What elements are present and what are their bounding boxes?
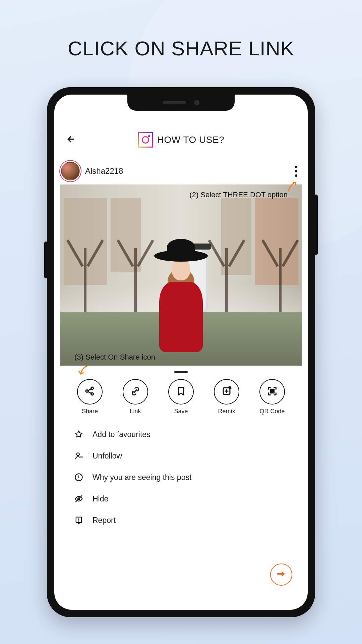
star-icon <box>74 430 84 439</box>
title-wrap: HOW TO USE? <box>64 132 298 148</box>
page-title: HOW TO USE? <box>157 135 225 145</box>
action-link[interactable]: Link <box>119 379 152 415</box>
action-save-label: Save <box>174 408 188 415</box>
eye-off-icon <box>74 494 84 503</box>
svg-point-10 <box>78 479 79 479</box>
svg-rect-5 <box>273 389 274 390</box>
remix-icon <box>221 385 232 398</box>
svg-rect-7 <box>273 391 274 393</box>
action-remix[interactable]: Remix <box>210 379 243 415</box>
share-bottom-sheet: Share Link Save <box>60 366 302 604</box>
menu-label: Report <box>93 516 116 525</box>
menu-hide[interactable]: Hide <box>74 489 288 508</box>
menu-add-to-favourites[interactable]: Add to favourites <box>74 425 288 444</box>
annotation-arrow-3 <box>78 364 90 376</box>
action-remix-label: Remix <box>218 408 235 415</box>
menu-label: Hide <box>93 494 108 503</box>
phone-notch <box>127 95 235 111</box>
menu-label: Add to favourites <box>93 430 150 439</box>
action-share-label: Share <box>82 408 98 415</box>
action-qrcode-label: QR Code <box>259 408 285 415</box>
report-icon <box>74 516 84 525</box>
menu-report[interactable]: Report <box>74 511 288 530</box>
page-headline: CLICK ON SHARE LINK <box>0 37 362 60</box>
menu-unfollow[interactable]: Unfollow <box>74 446 288 465</box>
post-header: Aisha2218 <box>54 162 308 180</box>
annotation-arrow-2 <box>285 180 299 194</box>
phone-screen: HOW TO USE? Aisha2218 (2) Select THREE D… <box>54 95 308 610</box>
post-image <box>60 184 302 366</box>
svg-rect-4 <box>270 389 272 390</box>
arrow-right-icon <box>276 569 287 581</box>
action-qrcode[interactable]: QR Code <box>256 379 288 415</box>
sheet-menu: Add to favourites Unfollow Why you are s… <box>60 425 302 530</box>
annotation-step-3: (3) Select On Share icon <box>74 353 155 362</box>
instagram-icon <box>138 132 153 148</box>
info-icon <box>74 473 84 482</box>
svg-point-13 <box>78 521 79 522</box>
action-link-label: Link <box>130 408 141 415</box>
annotation-step-2: (2) Select THREE DOT option <box>189 191 288 199</box>
menu-label: Why you are seeing this post <box>93 473 191 482</box>
action-share[interactable]: Share <box>74 379 106 415</box>
svg-point-8 <box>77 453 79 455</box>
app-topbar: HOW TO USE? <box>54 128 308 152</box>
action-save[interactable]: Save <box>165 379 197 415</box>
link-icon <box>130 385 141 398</box>
svg-rect-6 <box>270 391 272 393</box>
avatar[interactable] <box>61 162 80 180</box>
more-options-icon[interactable] <box>291 164 301 179</box>
sheet-action-row: Share Link Save <box>60 379 302 415</box>
phone-frame: HOW TO USE? Aisha2218 (2) Select THREE D… <box>47 87 315 617</box>
bookmark-icon <box>175 385 187 398</box>
menu-why-seeing[interactable]: Why you are seeing this post <box>74 468 288 487</box>
sheet-grabber[interactable] <box>174 371 188 373</box>
post-username[interactable]: Aisha2218 <box>85 166 123 176</box>
next-button[interactable] <box>270 564 292 586</box>
person-remove-icon <box>74 451 84 461</box>
share-icon <box>84 385 96 398</box>
menu-label: Unfollow <box>93 451 122 461</box>
qrcode-icon <box>266 385 278 398</box>
